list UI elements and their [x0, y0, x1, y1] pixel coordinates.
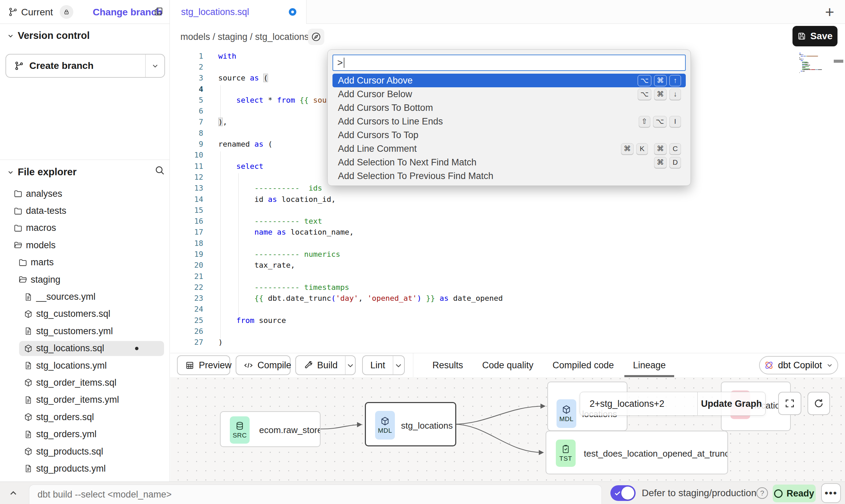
node-label: stg_locations: [401, 420, 453, 431]
line-number[interactable]: 7: [170, 118, 203, 126]
palette-item[interactable]: Add Selection To Previous Find Match: [332, 169, 686, 183]
line-number[interactable]: 22: [170, 283, 203, 292]
build-dropdown[interactable]: [345, 356, 355, 374]
file-item-stg_order_items.yml[interactable]: stg_order_items.yml: [0, 391, 169, 409]
update-graph-button[interactable]: Update Graph: [697, 392, 765, 415]
editor-toolbar: Preview Compile Build Lint: [170, 353, 845, 377]
more-options-button[interactable]: •••: [821, 483, 841, 503]
change-branch-link[interactable]: Change branch: [93, 7, 162, 18]
line-number[interactable]: 20: [170, 261, 203, 269]
lineage-node-test[interactable]: TST test_does_location_opened_at_trunc_t…: [546, 431, 728, 474]
line-number[interactable]: 8: [170, 129, 203, 137]
line-number[interactable]: 18: [170, 239, 203, 248]
lint-button[interactable]: Lint: [362, 355, 405, 375]
line-number[interactable]: 5: [170, 96, 203, 104]
chevron-up-icon[interactable]: [8, 488, 18, 498]
line-number[interactable]: 13: [170, 184, 203, 192]
command-input[interactable]: dbt build --select <model_name>: [29, 485, 602, 504]
line-number[interactable]: 14: [170, 195, 203, 204]
file-item-models[interactable]: models: [0, 237, 169, 254]
build-button[interactable]: Build: [295, 355, 356, 375]
line-number[interactable]: 9: [170, 140, 203, 148]
palette-item[interactable]: Add Selection To All Find Matches: [332, 183, 686, 186]
tab-stg-locations-sql[interactable]: stg_locations.sql: [170, 0, 307, 24]
line-number[interactable]: 10: [170, 151, 203, 159]
line-number[interactable]: 4: [170, 85, 203, 93]
new-tab-button[interactable]: +: [820, 3, 839, 21]
tab-lineage[interactable]: Lineage: [633, 353, 666, 377]
code-line-18: 18: [170, 238, 845, 249]
palette-item[interactable]: Add Cursors to Line Ends⇧⌥I: [332, 115, 686, 128]
palette-item[interactable]: Add Cursor Above⌥⌘↑: [332, 74, 686, 87]
palette-item[interactable]: Add Line Comment⌘K⌘C: [332, 142, 686, 155]
minimap[interactable]: [798, 51, 831, 73]
tab-results[interactable]: Results: [432, 353, 463, 377]
tab-code-quality[interactable]: Code quality: [482, 353, 533, 377]
file-item-data-tests[interactable]: data-tests: [0, 202, 169, 219]
lint-dropdown[interactable]: [393, 356, 404, 374]
palette-item[interactable]: Add Cursors To Top: [332, 128, 686, 142]
check-icon: [613, 489, 622, 497]
file-item-staging[interactable]: staging: [0, 271, 169, 288]
line-number[interactable]: 1: [170, 52, 203, 60]
ready-status-badge[interactable]: Ready: [773, 485, 816, 502]
lineage-graph[interactable]: SRC ecom.raw_stores MDL stg_locations MD…: [170, 377, 845, 481]
create-branch-dropdown[interactable]: [145, 55, 164, 77]
palette-item[interactable]: Add Cursors To Bottom: [332, 101, 686, 115]
key-chip: ↑: [669, 75, 681, 86]
file-item-label: stg_customers.sql: [36, 309, 110, 319]
file-item-stg_locations.sql[interactable]: stg_locations.sql: [0, 340, 169, 357]
file-item-stg_order_items.sql[interactable]: stg_order_items.sql: [0, 374, 169, 391]
key-chip: C: [669, 143, 681, 154]
dbt-copilot-button[interactable]: dbt Copilot: [759, 356, 838, 374]
command-palette-input[interactable]: >: [332, 55, 686, 71]
refresh-button[interactable]: [807, 392, 830, 415]
help-icon[interactable]: ?: [756, 487, 768, 499]
tab-title: stg_locations.sql: [181, 7, 249, 17]
line-number[interactable]: 25: [170, 316, 203, 325]
tab-compiled-code[interactable]: Compiled code: [552, 353, 614, 377]
lineage-node-source[interactable]: SRC ecom.raw_stores: [220, 411, 321, 447]
save-button[interactable]: Save: [792, 26, 837, 46]
line-number[interactable]: 23: [170, 294, 203, 302]
file-item-stg_customers.yml[interactable]: stg_customers.yml: [0, 323, 169, 340]
line-number[interactable]: 21: [170, 272, 203, 281]
file-item-stg_customers.sql[interactable]: stg_customers.sql: [0, 306, 169, 323]
file-item-marts[interactable]: marts: [0, 254, 169, 271]
palette-item[interactable]: Add Selection To Next Find Match⌘D: [332, 155, 686, 169]
file-item-stg_orders.sql[interactable]: stg_orders.sql: [0, 409, 169, 426]
preview-button[interactable]: Preview: [177, 355, 230, 375]
line-number[interactable]: 24: [170, 305, 203, 313]
line-number[interactable]: 17: [170, 228, 203, 236]
line-number[interactable]: 27: [170, 338, 203, 346]
file-item-analyses[interactable]: analyses: [0, 185, 169, 202]
file-item-stg_products.yml[interactable]: stg_products.yml: [0, 460, 169, 477]
create-branch-button[interactable]: Create branch: [5, 54, 165, 78]
scrollbar-thumb[interactable]: [834, 60, 843, 63]
file-item-__sources.yml[interactable]: __sources.yml: [0, 288, 169, 305]
lineage-selector-input[interactable]: 2+stg_locations+2: [580, 392, 697, 415]
lineage-node-stg-locations[interactable]: MDL stg_locations: [365, 402, 456, 446]
search-icon[interactable]: [154, 165, 165, 176]
file-item-stg_locations.yml[interactable]: stg_locations.yml: [0, 357, 169, 374]
file-explorer-section-header[interactable]: File explorer: [7, 166, 76, 178]
line-number[interactable]: 3: [170, 74, 203, 82]
line-number[interactable]: 12: [170, 173, 203, 181]
line-number[interactable]: 19: [170, 250, 203, 258]
copy-icon[interactable]: [153, 6, 164, 17]
line-number[interactable]: 11: [170, 162, 203, 171]
compile-button[interactable]: Compile: [236, 355, 291, 375]
navigate-button[interactable]: [308, 29, 324, 45]
file-item-stg_orders.yml[interactable]: stg_orders.yml: [0, 426, 169, 443]
line-number[interactable]: 2: [170, 63, 203, 71]
version-control-section-header[interactable]: Version control: [7, 30, 90, 41]
file-item-stg_products.sql[interactable]: stg_products.sql: [0, 443, 169, 460]
line-number[interactable]: 6: [170, 107, 203, 115]
line-number[interactable]: 16: [170, 217, 203, 225]
fullscreen-button[interactable]: [778, 392, 801, 415]
defer-toggle[interactable]: [610, 485, 636, 501]
line-number[interactable]: 26: [170, 327, 203, 336]
file-item-macros[interactable]: macros: [0, 220, 169, 237]
line-number[interactable]: 15: [170, 206, 203, 214]
palette-item[interactable]: Add Cursor Below⌥⌘↓: [332, 87, 686, 101]
